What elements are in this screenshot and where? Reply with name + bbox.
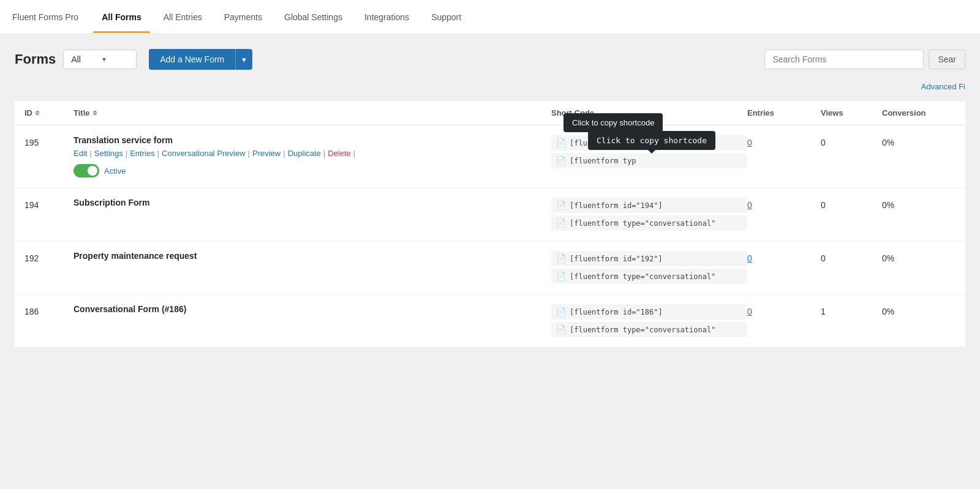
document-icon: 📄 bbox=[556, 218, 566, 228]
forms-header: Forms All ▾ Add a New Form ▾ Sear bbox=[15, 49, 965, 70]
add-form-dropdown-button[interactable]: ▾ bbox=[235, 49, 252, 70]
shortcode-box[interactable]: 📄 [fluentform id="192"] bbox=[551, 251, 747, 266]
cell-conversion: 0% bbox=[882, 251, 956, 284]
duplicate-link[interactable]: Duplicate bbox=[288, 149, 321, 158]
delete-link[interactable]: Delete bbox=[328, 149, 351, 158]
cell-shortcode: 📄 [fluentform id="192"] 📄 [fluentform ty… bbox=[551, 251, 747, 284]
nav-item-global-settings[interactable]: Global Settings bbox=[276, 1, 351, 33]
search-input[interactable] bbox=[764, 50, 924, 69]
table-row: 186 Conversational Form (#186) 📄 [fluent… bbox=[15, 294, 965, 347]
cell-id: 194 bbox=[24, 198, 74, 231]
add-form-button[interactable]: Add a New Form bbox=[149, 49, 235, 70]
form-name: Property maintenance request bbox=[74, 251, 551, 261]
cell-entries[interactable]: 0 bbox=[747, 198, 821, 231]
table-row: 192 Property maintenance request 📄 [flue… bbox=[15, 241, 965, 294]
cell-shortcode: Click to copy shortcode 📄 [fluentform id… bbox=[551, 135, 747, 177]
shortcode-box-conversational[interactable]: 📄 [fluentform type="conversational" bbox=[551, 215, 747, 231]
search-area: Sear bbox=[764, 50, 965, 69]
active-toggle[interactable] bbox=[74, 164, 99, 177]
nav-item-payments[interactable]: Payments bbox=[216, 1, 271, 33]
cell-id: 186 bbox=[24, 304, 74, 337]
advanced-filter-row: Advanced Fi bbox=[15, 82, 965, 91]
document-icon: 📄 bbox=[556, 307, 566, 316]
sort-up-icon bbox=[35, 110, 40, 113]
table-row: 195 Translation service form Edit | Sett… bbox=[15, 125, 965, 188]
shortcode-box-conversational[interactable]: 📄 [fluentform type="conversational" bbox=[551, 269, 747, 284]
nav-item-support[interactable]: Support bbox=[423, 1, 470, 33]
sort-down-icon bbox=[35, 113, 40, 116]
cell-entries[interactable]: 0 bbox=[747, 251, 821, 284]
forms-table: ID Title Short Code Entries Views Conver… bbox=[15, 101, 965, 347]
shortcode-text-conv: [fluentform type="conversational" bbox=[570, 219, 715, 228]
toggle-label: Active bbox=[104, 166, 126, 176]
nav-item-all-entries[interactable]: All Entries bbox=[155, 1, 211, 33]
shortcode-text: [fluentform id="195"] bbox=[570, 139, 663, 147]
cell-views: 0 bbox=[821, 135, 882, 177]
search-button[interactable]: Sear bbox=[929, 50, 965, 69]
cell-conversion: 0% bbox=[882, 135, 956, 177]
settings-link[interactable]: Settings bbox=[94, 149, 123, 158]
table-header: ID Title Short Code Entries Views Conver… bbox=[15, 101, 965, 125]
cell-views: 1 bbox=[821, 304, 882, 337]
table-row: 194 Subscription Form 📄 [fluentform id="… bbox=[15, 188, 965, 241]
shortcode-text-conv: [fluentform typ bbox=[570, 157, 636, 165]
cell-id: 195 bbox=[24, 135, 74, 177]
form-actions: Edit | Settings | Entries | Conversation… bbox=[74, 149, 551, 158]
sort-down-icon bbox=[92, 113, 97, 116]
shortcode-box-conversational[interactable]: 📄 [fluentform type="conversational" bbox=[551, 322, 747, 337]
cell-conversion: 0% bbox=[882, 304, 956, 337]
add-form-button-group: Add a New Form ▾ bbox=[149, 49, 252, 70]
document-icon: 📄 bbox=[556, 138, 566, 147]
page-title: Forms bbox=[15, 51, 56, 67]
shortcode-box-conversational[interactable]: 📄 [fluentform typ Click to copy shortcod… bbox=[551, 153, 747, 168]
shortcode-box[interactable]: 📄 [fluentform id="194"] bbox=[551, 198, 747, 213]
preview-link[interactable]: Preview bbox=[252, 149, 281, 158]
document-icon: 📄 bbox=[556, 201, 566, 210]
main-content: Forms All ▾ Add a New Form ▾ Sear Advanc… bbox=[0, 34, 980, 489]
chevron-down-icon: ▾ bbox=[102, 55, 129, 64]
id-sort-icon[interactable] bbox=[35, 110, 40, 116]
th-shortcode: Short Code bbox=[551, 108, 747, 118]
document-icon: 📄 bbox=[556, 254, 566, 263]
cell-entries[interactable]: 0 bbox=[747, 304, 821, 337]
form-name: Subscription Form bbox=[74, 198, 551, 207]
shortcode-text: [fluentform id="194"] bbox=[570, 201, 663, 210]
cell-id: 192 bbox=[24, 251, 74, 284]
cell-views: 0 bbox=[821, 251, 882, 284]
cell-shortcode: 📄 [fluentform id="194"] 📄 [fluentform ty… bbox=[551, 198, 747, 231]
cell-title: Subscription Form bbox=[74, 198, 551, 231]
sort-up-icon bbox=[92, 110, 97, 113]
entries-link[interactable]: Entries bbox=[130, 149, 154, 158]
filter-dropdown[interactable]: All ▾ bbox=[63, 50, 137, 69]
top-navigation: Fluent Forms Pro All Forms All Entries P… bbox=[0, 0, 980, 34]
title-sort-icon[interactable] bbox=[92, 110, 97, 116]
th-title: Title bbox=[74, 108, 551, 118]
cell-views: 0 bbox=[821, 198, 882, 231]
th-id: ID bbox=[24, 108, 74, 118]
th-conversion: Conversion bbox=[882, 108, 956, 118]
cell-title: Conversational Form (#186) bbox=[74, 304, 551, 337]
form-name: Translation service form bbox=[74, 135, 551, 145]
shortcode-text: [fluentform id="192"] bbox=[570, 255, 663, 263]
document-icon: 📄 bbox=[556, 156, 566, 165]
cell-shortcode: 📄 [fluentform id="186"] 📄 [fluentform ty… bbox=[551, 304, 747, 337]
shortcode-text-conv: [fluentform type="conversational" bbox=[570, 326, 715, 334]
shortcode-text-conv: [fluentform type="conversational" bbox=[570, 272, 715, 281]
nav-item-all-forms[interactable]: All Forms bbox=[93, 1, 150, 33]
conversational-preview-link[interactable]: Conversational Preview bbox=[162, 149, 246, 158]
cell-title: Property maintenance request bbox=[74, 251, 551, 284]
advanced-filter-button[interactable]: Advanced Fi bbox=[921, 82, 965, 91]
nav-item-integrations[interactable]: Integrations bbox=[356, 1, 418, 33]
cell-conversion: 0% bbox=[882, 198, 956, 231]
nav-brand: Fluent Forms Pro bbox=[12, 12, 78, 22]
cell-entries[interactable]: 0 bbox=[747, 135, 821, 177]
toggle-wrapper: Active bbox=[74, 164, 551, 177]
cell-title: Translation service form Edit | Settings… bbox=[74, 135, 551, 177]
th-views: Views bbox=[821, 108, 882, 118]
shortcode-box[interactable]: 📄 [fluentform id="195"] bbox=[551, 135, 747, 151]
edit-link[interactable]: Edit bbox=[74, 149, 87, 158]
shortcode-box[interactable]: 📄 [fluentform id="186"] bbox=[551, 304, 747, 319]
filter-value: All bbox=[71, 54, 97, 64]
document-icon: 📄 bbox=[556, 325, 566, 334]
document-icon: 📄 bbox=[556, 272, 566, 281]
